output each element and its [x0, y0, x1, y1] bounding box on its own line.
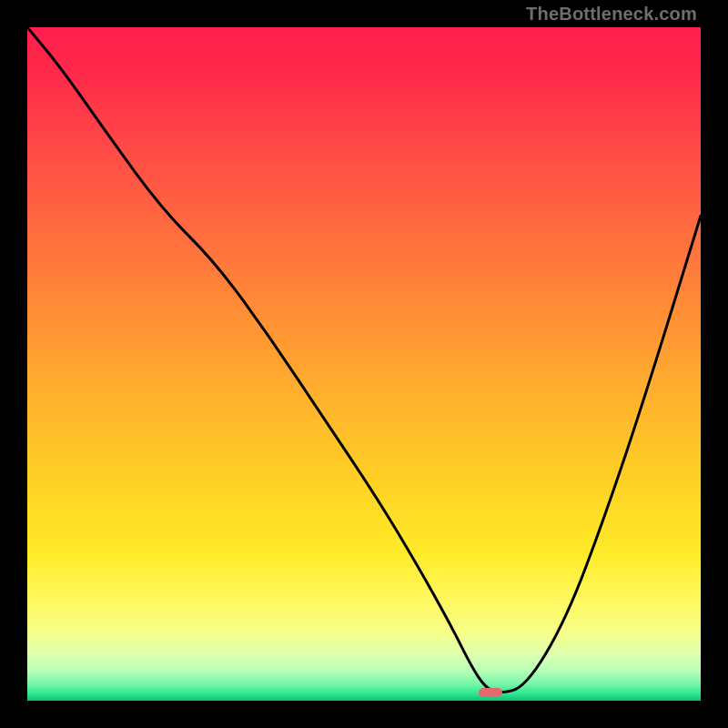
watermark-text: TheBottleneck.com [526, 4, 697, 25]
bottleneck-curve [27, 27, 701, 701]
optimum-marker [479, 688, 502, 697]
plot-area [27, 27, 701, 701]
chart-frame: TheBottleneck.com [0, 0, 728, 728]
